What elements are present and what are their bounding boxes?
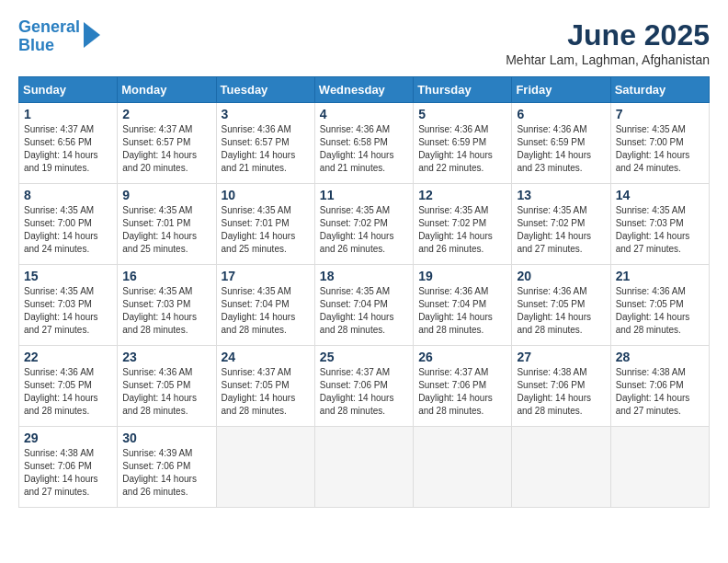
day-number: 3 bbox=[222, 107, 310, 121]
day-info: Sunrise: 4:36 AM Sunset: 7:05 PM Dayligh… bbox=[517, 285, 605, 337]
day-number: 28 bbox=[616, 350, 704, 364]
calendar-cell: 23Sunrise: 4:36 AM Sunset: 7:05 PM Dayli… bbox=[118, 346, 216, 427]
day-info: Sunrise: 4:38 AM Sunset: 7:06 PM Dayligh… bbox=[24, 447, 112, 499]
day-info: Sunrise: 4:35 AM Sunset: 7:04 PM Dayligh… bbox=[222, 285, 310, 337]
calendar-cell bbox=[414, 427, 512, 508]
day-number: 29 bbox=[24, 431, 112, 445]
day-number: 21 bbox=[616, 269, 704, 283]
day-number: 19 bbox=[418, 269, 506, 283]
day-info: Sunrise: 4:38 AM Sunset: 7:06 PM Dayligh… bbox=[517, 366, 605, 418]
day-number: 17 bbox=[222, 269, 310, 283]
day-info: Sunrise: 4:37 AM Sunset: 7:05 PM Dayligh… bbox=[222, 366, 310, 418]
calendar-cell bbox=[314, 427, 413, 508]
calendar-cell: 4Sunrise: 4:36 AM Sunset: 6:58 PM Daylig… bbox=[314, 103, 413, 184]
calendar-cell: 30Sunrise: 4:39 AM Sunset: 7:06 PM Dayli… bbox=[118, 427, 216, 508]
logo-arrow-icon bbox=[84, 22, 100, 48]
calendar-cell: 12Sunrise: 4:35 AM Sunset: 7:02 PM Dayli… bbox=[414, 184, 512, 265]
calendar-cell: 29Sunrise: 4:38 AM Sunset: 7:06 PM Dayli… bbox=[19, 427, 118, 508]
page-header: GeneralBlue June 2025 Mehtar Lam, Laghma… bbox=[18, 18, 710, 67]
calendar-cell: 24Sunrise: 4:37 AM Sunset: 7:05 PM Dayli… bbox=[216, 346, 314, 427]
calendar-cell: 26Sunrise: 4:37 AM Sunset: 7:06 PM Dayli… bbox=[414, 346, 512, 427]
day-number: 5 bbox=[418, 107, 506, 121]
calendar-cell: 8Sunrise: 4:35 AM Sunset: 7:00 PM Daylig… bbox=[19, 184, 118, 265]
day-number: 22 bbox=[24, 350, 112, 364]
calendar-cell: 21Sunrise: 4:36 AM Sunset: 7:05 PM Dayli… bbox=[610, 265, 709, 346]
day-info: Sunrise: 4:37 AM Sunset: 6:56 PM Dayligh… bbox=[24, 123, 112, 175]
day-number: 25 bbox=[320, 350, 408, 364]
calendar-cell: 19Sunrise: 4:36 AM Sunset: 7:04 PM Dayli… bbox=[414, 265, 512, 346]
day-number: 15 bbox=[24, 269, 112, 283]
day-number: 20 bbox=[517, 269, 605, 283]
day-info: Sunrise: 4:36 AM Sunset: 6:57 PM Dayligh… bbox=[222, 123, 310, 175]
calendar-cell: 5Sunrise: 4:36 AM Sunset: 6:59 PM Daylig… bbox=[414, 103, 512, 184]
day-info: Sunrise: 4:35 AM Sunset: 7:03 PM Dayligh… bbox=[122, 285, 210, 337]
calendar-cell: 7Sunrise: 4:35 AM Sunset: 7:00 PM Daylig… bbox=[610, 103, 709, 184]
weekday-header-saturday: Saturday bbox=[610, 77, 709, 103]
day-number: 1 bbox=[24, 107, 112, 121]
day-number: 9 bbox=[122, 188, 210, 202]
location: Mehtar Lam, Laghman, Afghanistan bbox=[506, 52, 710, 67]
day-info: Sunrise: 4:36 AM Sunset: 6:59 PM Dayligh… bbox=[418, 123, 506, 175]
day-info: Sunrise: 4:36 AM Sunset: 7:05 PM Dayligh… bbox=[616, 285, 704, 337]
day-number: 23 bbox=[122, 350, 210, 364]
calendar-cell: 13Sunrise: 4:35 AM Sunset: 7:02 PM Dayli… bbox=[512, 184, 610, 265]
calendar-cell: 2Sunrise: 4:37 AM Sunset: 6:57 PM Daylig… bbox=[118, 103, 216, 184]
day-info: Sunrise: 4:36 AM Sunset: 7:04 PM Dayligh… bbox=[418, 285, 506, 337]
week-row-1: 1Sunrise: 4:37 AM Sunset: 6:56 PM Daylig… bbox=[19, 103, 710, 184]
day-number: 6 bbox=[517, 107, 605, 121]
day-info: Sunrise: 4:35 AM Sunset: 7:02 PM Dayligh… bbox=[320, 204, 408, 256]
calendar-table: SundayMondayTuesdayWednesdayThursdayFrid… bbox=[18, 76, 710, 508]
calendar-cell: 25Sunrise: 4:37 AM Sunset: 7:06 PM Dayli… bbox=[314, 346, 413, 427]
calendar-cell: 17Sunrise: 4:35 AM Sunset: 7:04 PM Dayli… bbox=[216, 265, 314, 346]
weekday-header-friday: Friday bbox=[512, 77, 610, 103]
day-info: Sunrise: 4:36 AM Sunset: 6:59 PM Dayligh… bbox=[517, 123, 605, 175]
weekday-header-thursday: Thursday bbox=[414, 77, 512, 103]
day-number: 12 bbox=[418, 188, 506, 202]
weekday-header-row: SundayMondayTuesdayWednesdayThursdayFrid… bbox=[19, 77, 710, 103]
calendar-cell: 9Sunrise: 4:35 AM Sunset: 7:01 PM Daylig… bbox=[118, 184, 216, 265]
weekday-header-sunday: Sunday bbox=[19, 77, 118, 103]
week-row-5: 29Sunrise: 4:38 AM Sunset: 7:06 PM Dayli… bbox=[19, 427, 710, 508]
weekday-header-tuesday: Tuesday bbox=[216, 77, 314, 103]
day-number: 18 bbox=[320, 269, 408, 283]
weekday-header-monday: Monday bbox=[118, 77, 216, 103]
calendar-cell bbox=[512, 427, 610, 508]
calendar-cell: 18Sunrise: 4:35 AM Sunset: 7:04 PM Dayli… bbox=[314, 265, 413, 346]
day-info: Sunrise: 4:36 AM Sunset: 7:05 PM Dayligh… bbox=[24, 366, 112, 418]
day-number: 30 bbox=[122, 431, 210, 445]
day-info: Sunrise: 4:37 AM Sunset: 7:06 PM Dayligh… bbox=[320, 366, 408, 418]
calendar-cell: 28Sunrise: 4:38 AM Sunset: 7:06 PM Dayli… bbox=[610, 346, 709, 427]
day-number: 7 bbox=[616, 107, 704, 121]
day-info: Sunrise: 4:35 AM Sunset: 7:02 PM Dayligh… bbox=[418, 204, 506, 256]
day-info: Sunrise: 4:35 AM Sunset: 7:04 PM Dayligh… bbox=[320, 285, 408, 337]
day-info: Sunrise: 4:35 AM Sunset: 7:02 PM Dayligh… bbox=[517, 204, 605, 256]
calendar-cell: 27Sunrise: 4:38 AM Sunset: 7:06 PM Dayli… bbox=[512, 346, 610, 427]
day-info: Sunrise: 4:35 AM Sunset: 7:03 PM Dayligh… bbox=[616, 204, 704, 256]
calendar-cell bbox=[610, 427, 709, 508]
calendar-cell: 15Sunrise: 4:35 AM Sunset: 7:03 PM Dayli… bbox=[19, 265, 118, 346]
day-info: Sunrise: 4:35 AM Sunset: 7:01 PM Dayligh… bbox=[222, 204, 310, 256]
calendar-cell: 11Sunrise: 4:35 AM Sunset: 7:02 PM Dayli… bbox=[314, 184, 413, 265]
day-info: Sunrise: 4:38 AM Sunset: 7:06 PM Dayligh… bbox=[616, 366, 704, 418]
day-info: Sunrise: 4:35 AM Sunset: 7:00 PM Dayligh… bbox=[616, 123, 704, 175]
calendar-cell: 6Sunrise: 4:36 AM Sunset: 6:59 PM Daylig… bbox=[512, 103, 610, 184]
calendar-cell: 20Sunrise: 4:36 AM Sunset: 7:05 PM Dayli… bbox=[512, 265, 610, 346]
day-number: 11 bbox=[320, 188, 408, 202]
title-block: June 2025 Mehtar Lam, Laghman, Afghanist… bbox=[506, 18, 710, 67]
logo: GeneralBlue bbox=[18, 18, 100, 55]
calendar-cell: 16Sunrise: 4:35 AM Sunset: 7:03 PM Dayli… bbox=[118, 265, 216, 346]
week-row-3: 15Sunrise: 4:35 AM Sunset: 7:03 PM Dayli… bbox=[19, 265, 710, 346]
weekday-header-wednesday: Wednesday bbox=[314, 77, 413, 103]
day-number: 16 bbox=[122, 269, 210, 283]
day-number: 27 bbox=[517, 350, 605, 364]
calendar-cell: 14Sunrise: 4:35 AM Sunset: 7:03 PM Dayli… bbox=[610, 184, 709, 265]
day-number: 13 bbox=[517, 188, 605, 202]
logo-text: GeneralBlue bbox=[18, 18, 80, 55]
day-info: Sunrise: 4:37 AM Sunset: 7:06 PM Dayligh… bbox=[418, 366, 506, 418]
day-number: 4 bbox=[320, 107, 408, 121]
calendar-cell: 1Sunrise: 4:37 AM Sunset: 6:56 PM Daylig… bbox=[19, 103, 118, 184]
month-title: June 2025 bbox=[506, 18, 710, 52]
day-number: 14 bbox=[616, 188, 704, 202]
calendar-cell: 10Sunrise: 4:35 AM Sunset: 7:01 PM Dayli… bbox=[216, 184, 314, 265]
week-row-4: 22Sunrise: 4:36 AM Sunset: 7:05 PM Dayli… bbox=[19, 346, 710, 427]
